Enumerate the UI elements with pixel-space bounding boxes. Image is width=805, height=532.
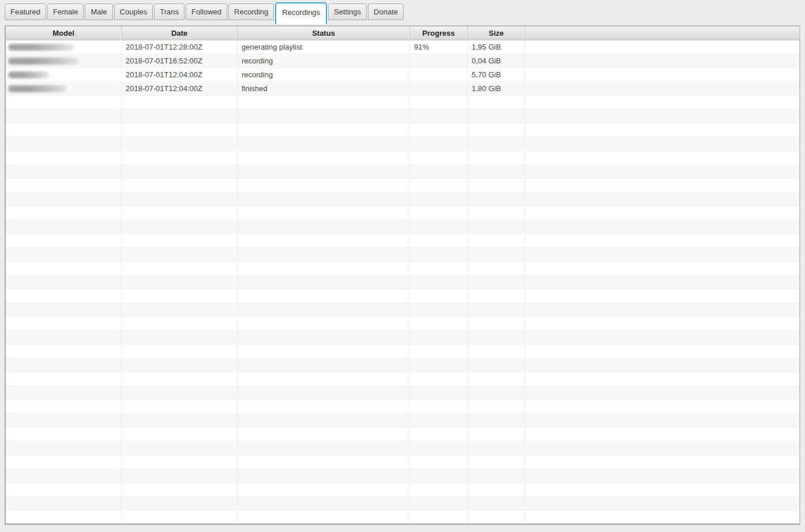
empty-table-row <box>6 511 799 524</box>
cell-size: 1,95 GiB <box>468 40 525 54</box>
empty-table-row <box>6 317 799 331</box>
tab-featured[interactable]: Featured <box>5 3 46 20</box>
cell-filler <box>525 82 799 95</box>
recordings-table: Model Date Status Progress Size 2018-07-… <box>5 25 800 525</box>
cell-status: generating playlist <box>238 40 410 54</box>
cell-status: recording <box>238 68 410 81</box>
table-row[interactable]: 2018-07-01T12:28:00Z generating playlist… <box>6 40 799 54</box>
empty-table-row <box>6 276 799 289</box>
cell-filler <box>525 40 799 54</box>
column-header-date[interactable]: Date <box>122 27 238 40</box>
redacted-model-name <box>8 71 50 78</box>
column-header-size[interactable]: Size <box>468 27 525 40</box>
empty-table-row <box>6 483 799 497</box>
column-header-model[interactable]: Model <box>6 27 122 40</box>
empty-table-row <box>6 303 799 317</box>
empty-table-row <box>6 289 799 303</box>
empty-table-row <box>6 400 799 414</box>
tab-settings[interactable]: Settings <box>328 3 367 20</box>
column-header-progress[interactable]: Progress <box>410 27 468 40</box>
tab-male[interactable]: Male <box>85 3 112 20</box>
cell-model <box>6 54 122 67</box>
empty-table-row <box>6 234 799 248</box>
empty-table-row <box>6 248 799 262</box>
tab-bar: Featured Female Male Couples Trans Follo… <box>0 0 805 24</box>
empty-table-row <box>6 345 799 359</box>
table-row[interactable]: 2018-07-01T12:04:00Z finished 1,80 GiB <box>6 82 799 96</box>
empty-table-row <box>6 220 799 234</box>
column-header-filler <box>525 27 799 40</box>
empty-table-row <box>6 165 799 179</box>
empty-table-row <box>6 151 799 165</box>
empty-table-row <box>6 96 799 110</box>
tab-recordings[interactable]: Recordings <box>275 2 327 24</box>
empty-table-row <box>6 262 799 276</box>
empty-table-row <box>6 386 799 400</box>
empty-table-row <box>6 137 799 151</box>
cell-progress: 91% <box>410 40 468 54</box>
cell-status: recording <box>238 54 410 67</box>
empty-table-row <box>6 359 799 372</box>
redacted-model-name <box>8 44 74 51</box>
cell-status: finished <box>238 82 410 95</box>
cell-model <box>6 82 122 95</box>
tab-female[interactable]: Female <box>47 3 84 20</box>
cell-model <box>6 40 122 54</box>
cell-filler <box>525 54 799 67</box>
cell-size: 5,70 GiB <box>468 68 525 81</box>
empty-table-row <box>6 469 799 483</box>
empty-table-row <box>6 414 799 428</box>
empty-table-row <box>6 428 799 442</box>
empty-table-row <box>6 193 799 206</box>
empty-table-row <box>6 372 799 386</box>
tab-followed[interactable]: Followed <box>186 3 227 20</box>
table-row[interactable]: 2018-07-01T12:04:00Z recording 5,70 GiB <box>6 68 799 82</box>
tab-trans[interactable]: Trans <box>154 3 185 20</box>
empty-table-row <box>6 497 799 511</box>
table-body: 2018-07-01T12:28:00Z generating playlist… <box>6 40 799 524</box>
empty-table-row <box>6 110 799 123</box>
cell-date: 2018-07-01T16:52:00Z <box>122 54 238 67</box>
table-header-row: Model Date Status Progress Size <box>6 27 799 40</box>
empty-table-row <box>6 179 799 193</box>
cell-date: 2018-07-01T12:28:00Z <box>122 40 238 54</box>
cell-date: 2018-07-01T12:04:00Z <box>122 82 238 95</box>
cell-filler <box>525 68 799 81</box>
cell-progress <box>410 68 468 81</box>
empty-table-row <box>6 331 799 345</box>
tab-donate[interactable]: Donate <box>368 3 404 20</box>
empty-table-row <box>6 206 799 220</box>
column-header-status[interactable]: Status <box>238 27 410 40</box>
empty-table-row <box>6 455 799 469</box>
table-row[interactable]: 2018-07-01T16:52:00Z recording 0,04 GiB <box>6 54 799 68</box>
redacted-model-name <box>8 85 67 92</box>
cell-progress <box>410 82 468 95</box>
cell-size: 1,80 GiB <box>468 82 525 95</box>
empty-table-row <box>6 442 799 455</box>
redacted-model-name <box>8 58 78 65</box>
cell-progress <box>410 54 468 67</box>
cell-date: 2018-07-01T12:04:00Z <box>122 68 238 81</box>
empty-table-row <box>6 123 799 137</box>
cell-model <box>6 68 122 81</box>
tab-recording[interactable]: Recording <box>228 3 274 20</box>
cell-size: 0,04 GiB <box>468 54 525 67</box>
tab-couples[interactable]: Couples <box>114 3 153 20</box>
